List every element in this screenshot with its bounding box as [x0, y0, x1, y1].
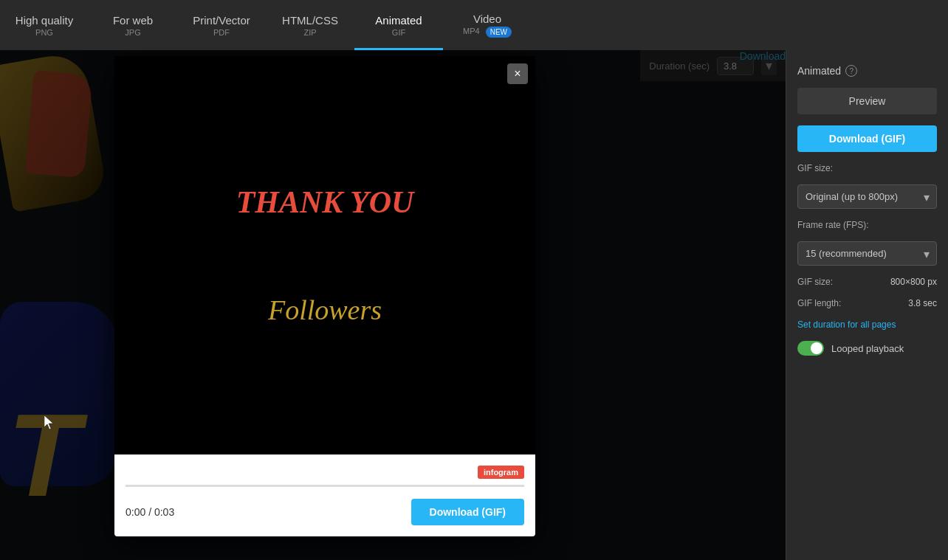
main-area: T Download Duration (sec) ▾ × THANK YOU …	[0, 50, 948, 560]
thank-you-text: THANK YOU	[236, 184, 414, 220]
length-row: GIF length: 3.8 sec	[797, 298, 937, 308]
new-badge: New	[486, 27, 512, 38]
size-value: 800×800 px	[890, 277, 937, 287]
set-duration-link[interactable]: Set duration for all pages	[797, 319, 937, 330]
time-separator: /	[148, 506, 154, 518]
canvas-area: T Download Duration (sec) ▾ × THANK YOU …	[0, 50, 786, 560]
frame-rate-label: Frame rate (FPS):	[797, 220, 937, 230]
tab-animated-label: Animated	[375, 14, 422, 27]
tab-high-quality-label: High quality	[16, 14, 73, 27]
preview-modal: × THANK YOU Followers infogram 0:00	[114, 56, 535, 536]
looped-playback-toggle[interactable]	[797, 341, 824, 356]
tab-animated[interactable]: Animated GIF	[354, 0, 443, 50]
tab-video-sub-text: MP4	[463, 27, 480, 35]
tab-for-web-sub: JPG	[125, 28, 140, 37]
top-nav: High quality PNG For web JPG Print/Vecto…	[0, 0, 948, 50]
panel-title-text: Animated	[797, 65, 841, 77]
progress-bar-container[interactable]	[126, 485, 524, 487]
modal-video-area: × THANK YOU Followers	[114, 56, 535, 454]
info-icon[interactable]: ?	[845, 65, 857, 77]
gif-size-label: GIF size:	[797, 163, 937, 173]
tab-high-quality[interactable]: High quality PNG	[0, 0, 89, 50]
tab-html-css-label: HTML/CSS	[282, 14, 338, 27]
gif-size-select-wrapper: Original (up to 800px)	[797, 184, 937, 209]
time-display: 0:00 / 0:03	[126, 506, 174, 518]
tab-print-vector-sub: PDF	[213, 28, 230, 37]
tab-for-web-label: For web	[113, 14, 153, 27]
modal-close-button[interactable]: ×	[507, 63, 528, 84]
modal-bottom-controls: 0:00 / 0:03 Download (GIF)	[126, 493, 524, 529]
gif-size-select[interactable]: Original (up to 800px)	[797, 184, 937, 209]
time-current: 0:00	[126, 506, 145, 518]
infogram-badge: infogram	[478, 466, 524, 479]
tab-animated-sub: GIF	[392, 28, 405, 37]
size-row: GIF size: 800×800 px	[797, 277, 937, 287]
modal-download-gif-button[interactable]: Download (GIF)	[411, 499, 524, 525]
frame-rate-select[interactable]: 15 (recommended)	[797, 241, 937, 266]
tab-print-vector[interactable]: Print/Vector PDF	[177, 0, 266, 50]
tab-video-label: Video	[473, 13, 501, 25]
tab-print-vector-label: Print/Vector	[193, 14, 250, 27]
tab-for-web[interactable]: For web JPG	[89, 0, 177, 50]
tab-html-css[interactable]: HTML/CSS ZIP	[266, 0, 354, 50]
preview-button[interactable]: Preview	[797, 88, 937, 114]
time-total: 0:03	[154, 506, 174, 518]
followers-text: Followers	[268, 294, 382, 326]
length-value: 3.8 sec	[908, 298, 937, 308]
size-label: GIF size:	[797, 277, 833, 287]
tab-video[interactable]: Video MP4 New	[443, 0, 532, 50]
tab-video-sub: MP4 New	[463, 27, 512, 38]
modal-controls-area: infogram 0:00 / 0:03 Download (GIF)	[114, 454, 535, 536]
length-label: GIF length:	[797, 298, 841, 308]
looped-playback-label: Looped playback	[831, 343, 904, 354]
tab-html-css-sub: ZIP	[303, 28, 316, 37]
frame-rate-select-wrapper: 15 (recommended)	[797, 241, 937, 266]
download-gif-button[interactable]: Download (GIF)	[797, 125, 937, 152]
modal-top-bar: infogram	[126, 462, 524, 485]
panel-title: Animated ?	[797, 65, 937, 77]
looped-playback-row: Looped playback	[797, 341, 937, 356]
right-panel: Animated ? Preview Download (GIF) GIF si…	[786, 50, 948, 560]
tab-high-quality-sub: PNG	[35, 28, 53, 37]
